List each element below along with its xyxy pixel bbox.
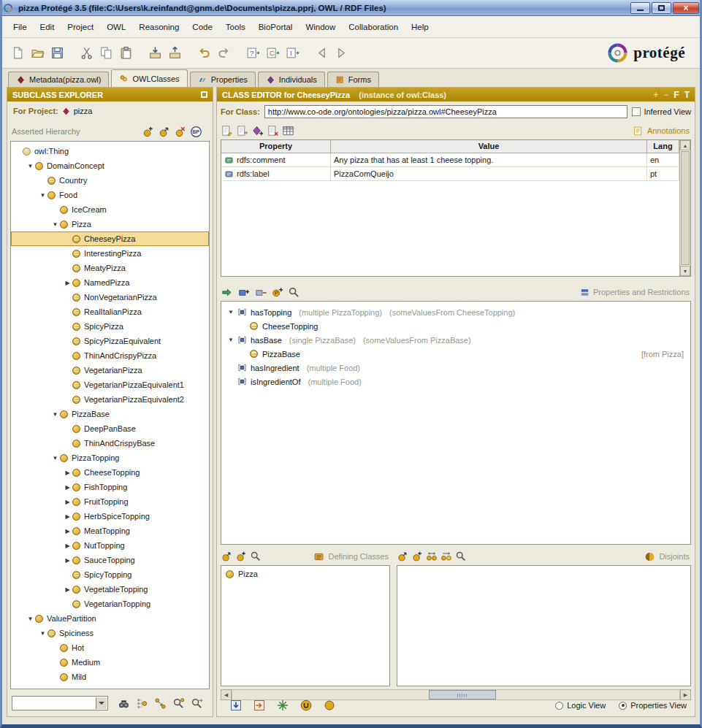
find-class-dialog-icon[interactable] — [172, 697, 185, 710]
tree-item-spicytopping[interactable]: SpicyTopping — [11, 567, 209, 582]
class-relations-icon[interactable] — [154, 697, 167, 710]
tree-item-owl-thing[interactable]: owl:Thing — [11, 144, 209, 158]
tree-item-fruittopping[interactable]: ▶FruitTopping — [11, 494, 209, 509]
create-class-icon[interactable] — [142, 126, 154, 138]
tree-item-spicypizza[interactable]: SpicyPizza — [11, 319, 209, 334]
annotation-row-rdfs-label[interactable]: rdfs:labelPizzaComQueijopt — [221, 167, 679, 181]
redo-icon[interactable] — [215, 44, 233, 62]
expand-arrow-icon[interactable]: ▶ — [63, 470, 72, 476]
menu-tools[interactable]: Tools — [219, 20, 252, 34]
tree-item-fishtopping[interactable]: ▶FishTopping — [11, 480, 209, 494]
import-conditions-icon[interactable] — [229, 699, 243, 712]
collapse-arrow-icon[interactable]: ▼ — [26, 616, 35, 622]
inferred-view-toggle[interactable]: Inferred View — [632, 107, 691, 116]
annotation-row-rdfs-comment[interactable]: rdfs:commentAny pizza that has at least … — [221, 153, 679, 167]
tree-item-domainconcept[interactable]: ▼DomainConcept — [11, 158, 209, 173]
bioportal-icon[interactable]: BP — [190, 126, 202, 138]
menu-file[interactable]: File — [7, 20, 34, 34]
properties-view-radio[interactable]: Properties View — [619, 701, 687, 710]
remove-widget-icon[interactable]: − — [663, 91, 668, 99]
collapse-arrow-icon[interactable]: ▼ — [225, 337, 237, 343]
expand-arrow-icon[interactable]: ▶ — [63, 557, 72, 564]
goto-definition-icon[interactable] — [191, 697, 203, 710]
expand-arrow-icon[interactable]: ▶ — [63, 484, 72, 491]
view-condition-icon[interactable] — [288, 286, 300, 299]
tree-item-interestingpizza[interactable]: InterestingPizza — [11, 246, 209, 261]
menu-project[interactable]: Project — [61, 20, 100, 34]
tree-item-thinandcrispypizza[interactable]: ThinAndCrispyPizza — [11, 348, 209, 363]
add-class-dialog-icon[interactable] — [221, 551, 232, 562]
text-widget-icon[interactable]: T — [684, 91, 690, 99]
paste-icon[interactable] — [117, 44, 135, 62]
add-resource-annotation-icon[interactable] — [251, 125, 264, 137]
query-dialog-icon[interactable]: ? — [244, 44, 262, 62]
expand-arrow-icon[interactable]: ▶ — [63, 586, 72, 593]
back-icon[interactable] — [313, 44, 331, 62]
column-header-lang[interactable]: Lang — [647, 140, 679, 153]
tree-item-realitalianpizza[interactable]: RealItalianPizza — [11, 304, 209, 319]
tree-item-nuttopping[interactable]: ▶NutTopping — [11, 538, 209, 553]
add-disjoint-icon[interactable] — [411, 551, 423, 562]
tree-item-cheeseypizza[interactable]: CheeseyPizza — [11, 231, 209, 246]
annotation-table-icon[interactable] — [282, 125, 294, 137]
scroll-down-icon[interactable]: ▼ — [680, 266, 690, 276]
collapse-arrow-icon[interactable]: ▼ — [38, 192, 47, 199]
scrollbar-thumb[interactable] — [681, 151, 690, 265]
column-header-value[interactable]: Value — [331, 140, 647, 153]
menu-window[interactable]: Window — [299, 20, 342, 34]
add-all-disjoints-icon[interactable] — [426, 551, 438, 562]
condition-property-isingredientof[interactable]: isIngredientOf(multiple Food) — [221, 375, 690, 388]
tab-forms[interactable]: Forms — [327, 72, 379, 87]
collapse-arrow-icon[interactable]: ▼ — [50, 455, 60, 461]
tree-item-icecream[interactable]: IceCream — [11, 202, 209, 217]
cut-icon[interactable] — [77, 44, 96, 62]
scroll-up-icon[interactable]: ▲ — [680, 140, 690, 150]
expand-arrow-icon[interactable]: ▶ — [63, 543, 72, 549]
delete-class-icon[interactable] — [174, 126, 186, 138]
add-widget-icon[interactable]: + — [653, 91, 658, 99]
individual-dialog-icon[interactable]: I — [283, 44, 302, 62]
maximize-button[interactable] — [652, 2, 671, 14]
tree-item-spiciness[interactable]: ▼Spiciness — [11, 626, 209, 640]
open-project-icon[interactable] — [28, 44, 47, 62]
tree-item-country[interactable]: Country — [11, 173, 209, 188]
reasoner-icon[interactable] — [276, 699, 289, 712]
tree-item-cheesetopping[interactable]: ▶CheeseTopping — [11, 465, 209, 480]
condition-property-hasingredient[interactable]: hasIngredient(multiple Food) — [221, 361, 690, 375]
tab-metadatapizzaowl[interactable]: Metadata(pizza.owl) — [8, 72, 109, 87]
add-property-icon[interactable]: P — [271, 286, 283, 299]
add-sibling-disjoints-icon[interactable] — [440, 551, 452, 562]
menu-collaboration[interactable]: Collaboration — [342, 20, 405, 34]
menu-code[interactable]: Code — [186, 20, 219, 34]
column-header-property[interactable]: Property — [221, 140, 331, 153]
extract-archive-icon[interactable] — [166, 44, 184, 62]
tree-item-pizzatopping[interactable]: ▼PizzaTopping — [11, 451, 209, 465]
new-project-icon[interactable] — [9, 44, 27, 62]
tab-owlclasses[interactable]: OWLClasses — [111, 69, 187, 87]
tab-properties[interactable]: Properties — [190, 72, 256, 87]
tree-item-mild[interactable]: Mild — [11, 670, 209, 684]
tree-item-thinandcrispybase[interactable]: ThinAndCrispyBase — [11, 436, 209, 451]
tree-item-food[interactable]: ▼Food — [11, 188, 209, 202]
tree-item-deeppanbase[interactable]: DeepPanBase — [11, 421, 209, 436]
tree-item-vegetabletopping[interactable]: ▶VegetableTopping — [11, 582, 209, 597]
view-class-icon[interactable] — [250, 551, 262, 562]
tree-item-vegetarianpizzaequivalent2[interactable]: VegetarianPizzaEquivalent2 — [11, 392, 209, 407]
tree-item-herbspicetopping[interactable]: ▶HerbSpiceTopping — [11, 509, 209, 524]
collapse-arrow-icon[interactable]: ▼ — [50, 411, 60, 418]
condition-property-hastopping[interactable]: ▼hasTopping(multiple PizzaTopping)(someV… — [221, 305, 690, 319]
tree-item-valuepartition[interactable]: ▼ValuePartition — [11, 611, 209, 626]
find-class-icon[interactable] — [118, 697, 130, 710]
close-button[interactable]: × — [673, 2, 699, 14]
menu-owl[interactable]: OWL — [100, 20, 132, 34]
form-widget-icon[interactable]: F — [674, 91, 679, 99]
undo-icon[interactable] — [195, 44, 213, 62]
save-project-icon[interactable] — [48, 44, 66, 62]
expand-arrow-icon[interactable]: ▶ — [63, 513, 72, 520]
union-class-icon[interactable] — [300, 699, 313, 712]
archive-project-icon[interactable] — [146, 44, 164, 62]
collapse-arrow-icon[interactable]: ▼ — [225, 309, 237, 315]
menu-help[interactable]: Help — [405, 20, 435, 34]
class-search-combo[interactable] — [12, 696, 108, 710]
class-dialog-icon[interactable]: C — [264, 44, 282, 62]
